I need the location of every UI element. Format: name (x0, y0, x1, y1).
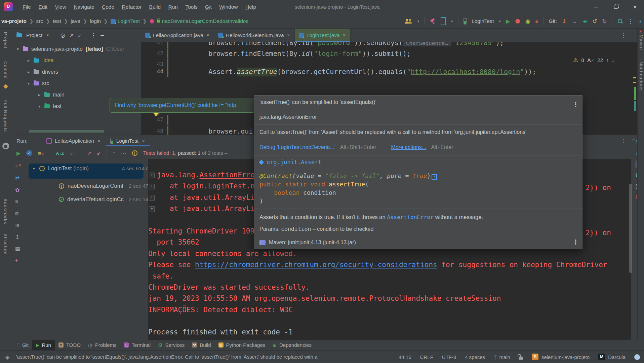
chevron-down-icon[interactable]: ▾ (451, 19, 453, 24)
line-number[interactable]: 42 (147, 48, 163, 59)
hide-passed-icon[interactable]: ≡✕ (38, 150, 44, 156)
breadcrumb-login[interactable]: login (90, 18, 101, 24)
previous-occurrence-icon[interactable]: ↑ (113, 150, 115, 156)
tool-button-build[interactable]: ⚒ Build (188, 340, 214, 350)
stop-button[interactable]: ■ (535, 19, 538, 24)
menu-view[interactable]: View (52, 0, 69, 14)
breadcrumb-method[interactable]: naoDeveriaLogarComDadosInvalidos (162, 18, 249, 24)
breadcrumb-java[interactable]: java (71, 18, 80, 24)
rerun-failed-tests-icon[interactable]: ≡✕ (15, 163, 18, 169)
menu-file[interactable]: File (19, 0, 34, 14)
menu-tools[interactable]: Tools (182, 0, 200, 14)
breadcrumb-class[interactable]: LoginTest (118, 18, 140, 24)
horizontal-scrollbar[interactable] (29, 130, 104, 133)
tool-button-run-selected[interactable]: ▶ Run (32, 340, 55, 350)
more-options-icon[interactable]: ⋯ (121, 150, 126, 156)
menu-run[interactable]: Run (165, 0, 181, 14)
doc-class-row[interactable]: org.junit.Assert (254, 155, 582, 169)
git-push-icon[interactable]: → (572, 19, 577, 24)
menu-help[interactable]: Help (242, 0, 259, 14)
chevron-down-icon[interactable]: ▾ (499, 19, 501, 24)
export-results-icon[interactable]: ↥ (15, 234, 19, 240)
test-settings-gear-icon[interactable]: ✿ (15, 187, 19, 193)
line-number[interactable]: 48 (147, 126, 163, 135)
breadcrumb-project[interactable]: va-projeto (1, 18, 27, 24)
chevron-expanded-icon[interactable]: ▾ (37, 104, 41, 109)
kebab-menu-icon[interactable]: ⋮ (572, 238, 579, 246)
stripe-bookmarks[interactable]: Bookmarks (3, 198, 8, 224)
git-branch-widget[interactable]: ᛘ main (494, 354, 510, 360)
test-suite-row[interactable]: ▾ ! LoginTest (login) 4 sec 614 ms (32, 165, 153, 172)
close-tab-icon[interactable]: ✕ (287, 33, 290, 38)
close-tab-icon[interactable]: ✕ (97, 139, 101, 144)
panel-options-icon[interactable]: ⋮ (91, 32, 96, 38)
sort-by-duration-icon[interactable]: ↓≡ (70, 150, 75, 156)
history-back-icon[interactable]: ↺ (592, 19, 597, 24)
close-tab-icon[interactable]: ✕ (142, 139, 145, 144)
debug-action-link[interactable]: Debug 'LoginTest.naoDeveria...' (259, 144, 335, 150)
pin-icon[interactable]: ♦ (15, 257, 18, 263)
device-icon[interactable] (441, 17, 446, 25)
fold-icon[interactable]: + (149, 173, 155, 178)
restore-button[interactable] (608, 0, 624, 14)
memory-indicator[interactable] (634, 354, 640, 360)
history-grid-icon[interactable]: ▦ (15, 246, 20, 252)
menu-build[interactable]: Build (146, 0, 164, 14)
project-widget[interactable]: S selenium-java-projeto (532, 354, 590, 360)
debug-button[interactable]: ⬣ (515, 19, 520, 24)
stripe-notifications[interactable]: Notifications (639, 62, 644, 91)
rollback-icon[interactable]: ↻ (602, 19, 607, 24)
code-with-me-users-icon[interactable] (405, 19, 412, 24)
tree-row-src[interactable]: ▾ src (12, 78, 141, 89)
close-button[interactable]: ✕ (627, 0, 643, 14)
stripe-mark[interactable] (634, 101, 636, 111)
run-configuration-icon[interactable] (464, 18, 467, 25)
prev-problem-icon[interactable]: ↑ (606, 57, 609, 63)
chevron-collapsed-icon[interactable]: ▸ (27, 58, 31, 63)
encoding-widget[interactable]: UTF-8 (442, 354, 456, 360)
kebab-menu-icon[interactable]: ⋮ (628, 19, 634, 24)
menu-edit[interactable]: Edit (35, 0, 50, 14)
tool-button-python-packages[interactable]: ▤ Python Packages (215, 340, 269, 350)
tab-logintest-selected[interactable]: LoginTest.java ✕ (295, 29, 351, 42)
updates-available-icon[interactable]: ▼ (639, 30, 642, 33)
menu-code[interactable]: Code (99, 0, 117, 14)
indent-widget[interactable]: 4 spaces (465, 354, 485, 360)
menu-window[interactable]: Window (216, 0, 241, 14)
run-with-coverage-button[interactable]: ◉ (525, 19, 530, 24)
menu-git[interactable]: Git (202, 0, 215, 14)
chevron-collapsed-icon[interactable]: ▸ (27, 70, 31, 74)
caret-position-widget[interactable]: 44:16 (399, 354, 411, 360)
line-number[interactable]: 41 (147, 42, 163, 48)
fold-icon[interactable]: + (149, 184, 155, 189)
hide-panel-icon[interactable]: ─ (100, 33, 104, 38)
vcs-added-stripe-mark[interactable] (634, 87, 636, 100)
chevron-down-icon[interactable]: ▾ (47, 33, 49, 37)
chevron-expanded-icon[interactable]: ▾ (32, 166, 36, 171)
inspection-message-3[interactable]: Call to 'assertTrue()' from 'Assert' sho… (254, 125, 582, 140)
stripe-pull-requests[interactable]: Pull Requests (3, 100, 8, 132)
minimize-button[interactable]: ─ (588, 0, 604, 14)
inspection-message-1[interactable]: 'assertTrue()' can be simplified to 'ass… (254, 96, 582, 109)
breadcrumb-src[interactable]: src (36, 18, 43, 24)
project-tree-panel[interactable]: ▾ selenium-java-projeto [leilao] C:\User… (12, 42, 142, 135)
chevron-down-icon[interactable]: ▾ (417, 19, 419, 24)
chevron-expanded-icon[interactable]: ▾ (27, 81, 31, 86)
run-tab-leilaoapplication[interactable]: LeilaoApplication ✕ (42, 136, 106, 146)
inspection-widget[interactable]: ⚠ 8 A✓ 22 ↑ ↓ (573, 57, 614, 64)
stripe-maven[interactable]: Maven (639, 35, 644, 50)
attach-icon[interactable]: ≋ (15, 222, 19, 228)
line-number[interactable]: 47 (147, 115, 163, 125)
more-actions-link[interactable]: More actions... (391, 144, 426, 150)
tab-leilaoapplication[interactable]: LeilaoApplication.java ✕ (141, 29, 214, 42)
thread-dump-camera-icon[interactable]: ⧇ (15, 210, 18, 216)
inspection-message-2[interactable]: java.lang.AssertionError (254, 109, 582, 125)
project-panel-title[interactable]: Project (26, 32, 42, 38)
build-hammer-icon[interactable] (430, 18, 436, 24)
show-passed-filter-icon[interactable]: ✓ (26, 150, 32, 156)
close-tab-icon[interactable]: ✕ (206, 33, 210, 38)
tree-row-root[interactable]: ▾ selenium-java-projeto [leilao] C:\User (12, 43, 141, 55)
stripe-structure[interactable]: Structure (3, 233, 8, 255)
tab-row-kebab-icon[interactable]: ⋮ (621, 32, 627, 39)
unlock-icon[interactable] (519, 357, 523, 360)
